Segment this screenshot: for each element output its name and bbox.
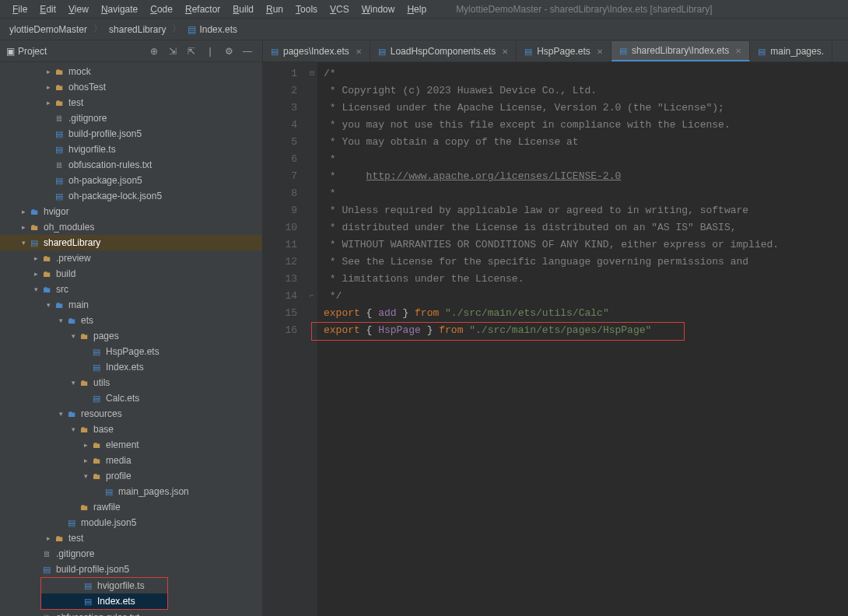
menu-navigate[interactable]: Navigate xyxy=(95,4,144,15)
code-line[interactable]: export { HspPage } from "./src/main/ets/… xyxy=(324,322,842,339)
code-editor[interactable]: 12345678910111213141516 ⊟⌐ /* * Copyrigh… xyxy=(263,62,848,616)
tree-item-pages[interactable]: ▾🖿pages xyxy=(0,328,262,344)
tree-item--gitignore[interactable]: ▸🗎.gitignore xyxy=(0,546,262,562)
line-number[interactable]: 6 xyxy=(263,151,297,168)
code-line[interactable]: */ xyxy=(324,288,842,305)
code-line[interactable]: * Copyright (c) 2023 Huawei Device Co., … xyxy=(324,82,842,100)
editor-tab[interactable]: ▤HspPage.ets✕ xyxy=(517,41,611,61)
tree-arrow-icon[interactable]: ▾ xyxy=(19,239,28,247)
tree-item-element[interactable]: ▸🖿element xyxy=(0,437,262,453)
tree-item-sharedlibrary[interactable]: ▾▤sharedLibrary xyxy=(0,235,262,250)
tree-item-hvigorfile-ts[interactable]: ▸▤hvigorfile.ts xyxy=(0,142,262,157)
line-number[interactable]: 11 xyxy=(263,236,297,254)
line-number[interactable]: 4 xyxy=(263,117,297,134)
tree-arrow-icon[interactable]: ▸ xyxy=(44,534,53,542)
tree-item-index-ets[interactable]: ▸▤Index.ets xyxy=(41,593,167,609)
code-line[interactable]: /* xyxy=(324,65,842,82)
tree-item-media[interactable]: ▸🖿media xyxy=(0,453,262,468)
collapse-all-button[interactable]: ⇱ xyxy=(183,43,200,60)
close-tab-icon[interactable]: ✕ xyxy=(356,47,362,56)
fold-marker[interactable] xyxy=(307,100,317,117)
line-number[interactable]: 14 xyxy=(263,288,297,305)
tree-arrow-icon[interactable]: ▸ xyxy=(19,223,28,231)
editor-tab[interactable]: ▤pages\Index.ets✕ xyxy=(263,41,370,61)
fold-marker[interactable]: ⌐ xyxy=(307,288,317,305)
expand-all-button[interactable]: ⇲ xyxy=(164,43,181,60)
menu-vcs[interactable]: VCS xyxy=(324,4,356,15)
select-opened-file-button[interactable]: ⊕ xyxy=(145,43,163,60)
tree-arrow-icon[interactable]: ▾ xyxy=(31,285,40,293)
tree-item-mock[interactable]: ▸🖿mock xyxy=(0,64,262,79)
code-line[interactable]: * distributed under the License is distr… xyxy=(324,219,842,236)
line-number[interactable]: 8 xyxy=(263,185,297,202)
fold-gutter[interactable]: ⊟⌐ xyxy=(307,62,317,616)
code-line[interactable]: * You may obtain a copy of the License a… xyxy=(324,134,842,151)
close-tab-icon[interactable]: ✕ xyxy=(735,47,741,55)
line-number[interactable]: 2 xyxy=(263,82,297,100)
line-number[interactable]: 7 xyxy=(263,168,297,185)
line-number[interactable]: 1 xyxy=(263,65,297,82)
breadcrumb-module[interactable]: sharedLibrary xyxy=(104,24,170,35)
fold-marker[interactable] xyxy=(307,271,317,288)
tree-arrow-icon[interactable]: ▾ xyxy=(68,379,78,387)
tree-item-hvigor[interactable]: ▸🖿hvigor xyxy=(0,204,262,219)
fold-marker[interactable] xyxy=(307,219,317,236)
fold-marker[interactable] xyxy=(307,151,317,168)
tree-item-resources[interactable]: ▾🖿resources xyxy=(0,406,262,422)
tree-item-obfuscation-rules-txt[interactable]: ▸🗎obfuscation-rules.txt xyxy=(0,157,262,173)
fold-marker[interactable] xyxy=(307,322,317,339)
editor-tab[interactable]: ▤sharedLibrary\Index.ets✕ xyxy=(611,41,750,61)
line-number[interactable]: 15 xyxy=(263,305,297,322)
tree-item-test[interactable]: ▸🖿test xyxy=(0,530,262,546)
line-number[interactable]: 16 xyxy=(263,322,297,339)
tree-item-build-profile-json5[interactable]: ▸▤build-profile.json5 xyxy=(0,126,262,142)
menu-tools[interactable]: Tools xyxy=(289,4,324,15)
tree-arrow-icon[interactable]: ▾ xyxy=(44,301,53,309)
close-tab-icon[interactable]: ✕ xyxy=(502,47,508,56)
tree-item-build[interactable]: ▸🖿build xyxy=(0,266,262,282)
tree-item-obfuscation-rules-txt[interactable]: ▸🗎obfuscation-rules.txt xyxy=(0,610,262,616)
menu-file[interactable]: File xyxy=(6,4,33,15)
tree-item-oh-modules[interactable]: ▸🖿oh_modules xyxy=(0,219,262,235)
code-line[interactable]: * xyxy=(324,151,842,168)
fold-marker[interactable] xyxy=(307,168,317,185)
code-line[interactable]: * xyxy=(324,185,842,202)
code-line[interactable]: * See the License for the specific langu… xyxy=(324,254,842,271)
fold-marker[interactable] xyxy=(307,236,317,254)
line-number[interactable]: 3 xyxy=(263,100,297,117)
menu-help[interactable]: Help xyxy=(401,4,433,15)
tree-arrow-icon[interactable]: ▸ xyxy=(44,68,53,75)
code-line[interactable]: * WITHOUT WARRANTIES OR CONDITIONS OF AN… xyxy=(324,236,842,254)
tree-item-oh-package-json5[interactable]: ▸▤oh-package.json5 xyxy=(0,173,262,188)
settings-gear-icon[interactable]: ⚙ xyxy=(220,43,237,60)
fold-marker[interactable] xyxy=(307,117,317,134)
tree-arrow-icon[interactable]: ▸ xyxy=(81,457,90,464)
menu-edit[interactable]: Edit xyxy=(33,4,62,15)
tree-item-main[interactable]: ▾🖿main xyxy=(0,297,262,313)
code-line[interactable]: * http://www.apache.org/licenses/LICENSE… xyxy=(324,168,842,185)
tree-item-calc-ets[interactable]: ▸▤Calc.ets xyxy=(0,390,262,406)
tree-arrow-icon[interactable]: ▸ xyxy=(19,208,28,215)
menu-run[interactable]: Run xyxy=(260,4,289,15)
project-panel-title[interactable]: ▣Project xyxy=(6,46,47,57)
menu-refactor[interactable]: Refactor xyxy=(179,4,226,15)
tree-item-rawfile[interactable]: ▸🖿rawfile xyxy=(0,499,262,515)
line-number[interactable]: 13 xyxy=(263,271,297,288)
fold-marker[interactable] xyxy=(307,185,317,202)
tree-arrow-icon[interactable]: ▸ xyxy=(31,270,40,278)
menu-build[interactable]: Build xyxy=(226,4,260,15)
code-line[interactable]: export { add } from "./src/main/ets/util… xyxy=(324,305,842,322)
line-number[interactable]: 10 xyxy=(263,219,297,236)
tree-arrow-icon[interactable]: ▸ xyxy=(31,254,40,262)
tree-arrow-icon[interactable]: ▾ xyxy=(81,472,90,480)
tree-item-module-json5[interactable]: ▸▤module.json5 xyxy=(0,515,262,530)
tree-item--preview[interactable]: ▸🖿.preview xyxy=(0,250,262,266)
menu-code[interactable]: Code xyxy=(144,4,179,15)
tree-item-hvigorfile-ts[interactable]: ▸▤hvigorfile.ts xyxy=(41,578,167,593)
editor-tab[interactable]: ▤LoadHspComponents.ets✕ xyxy=(370,41,517,61)
tree-item-src[interactable]: ▾🖿src xyxy=(0,282,262,297)
breadcrumb-file[interactable]: ▤Index.ets xyxy=(183,24,242,35)
tree-arrow-icon[interactable]: ▸ xyxy=(44,99,53,107)
tree-arrow-icon[interactable]: ▾ xyxy=(68,332,78,340)
close-tab-icon[interactable]: ✕ xyxy=(597,47,603,56)
